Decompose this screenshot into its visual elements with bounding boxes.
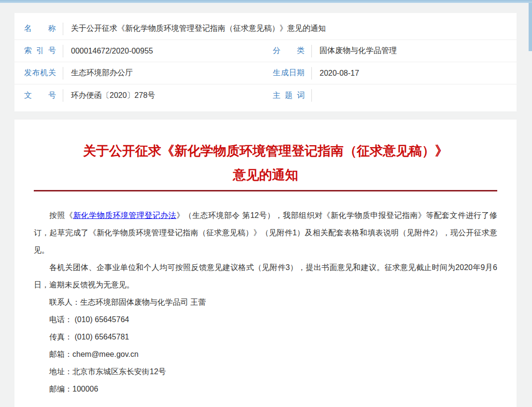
regulation-link[interactable]: 新化学物质环境管理登记办法 xyxy=(73,211,176,219)
info-row-name: 名称 关于公开征求《新化学物质环境管理登记指南（征求意见稿）》意见的通知 xyxy=(14,18,517,40)
contact-fax-line: 传真： (010) 65645781 xyxy=(34,328,497,346)
info-cell: 文号 环办便函〔2020〕278号 xyxy=(14,84,263,107)
cell-divider xyxy=(311,89,312,102)
title-divider xyxy=(34,190,497,191)
cell-divider xyxy=(311,45,312,57)
info-cell: 索引号 000014672/2020-00955 xyxy=(14,40,263,62)
document-title-line1: 关于公开征求《新化学物质环境管理登记指南（征求意见稿）》 xyxy=(83,144,448,158)
document-info-table: 名称 关于公开征求《新化学物质环境管理登记指南（征求意见稿）》意见的通知 索引号… xyxy=(14,13,517,111)
info-label-issuing-agency: 发布机关 xyxy=(24,68,56,78)
info-label-doc-number: 文号 xyxy=(24,91,56,101)
contact-phone-line: 电话： (010) 65645764 xyxy=(34,311,497,328)
info-row-doc-number: 文号 环办便函〔2020〕278号 主题词 xyxy=(14,84,517,107)
info-label-subject-words: 主题词 xyxy=(273,91,305,101)
document-body: 关于公开征求《新化学物质环境管理登记指南（征求意见稿）》 意见的通知 按照《新化… xyxy=(14,120,517,407)
info-label-name: 名称 xyxy=(24,24,56,34)
cell-divider xyxy=(311,67,312,80)
info-label-index-number: 索引号 xyxy=(24,46,56,56)
top-accent-bar xyxy=(0,0,532,3)
cell-divider xyxy=(63,89,63,102)
scrollbar-thumb[interactable] xyxy=(529,3,532,51)
document-title-line2: 意见的通知 xyxy=(233,168,298,182)
contact-address-line: 地址：北京市东城区东长安街12号 xyxy=(34,363,497,380)
info-label-category: 分类 xyxy=(273,46,305,56)
paragraph-2: 各机关团体、企事业单位和个人均可按照反馈意见建议格式（见附件3），提出书面意见和… xyxy=(34,259,497,294)
info-cell: 名称 关于公开征求《新化学物质环境管理登记指南（征求意见稿）》意见的通知 xyxy=(14,18,517,40)
info-label-date: 生成日期 xyxy=(273,68,305,78)
cell-divider xyxy=(63,45,63,57)
cell-divider xyxy=(63,67,63,80)
info-row-issuer: 发布机关 生态环境部办公厅 生成日期 2020-08-17 xyxy=(14,62,517,84)
info-cell: 分类 固体废物与化学品管理 xyxy=(263,40,517,62)
paragraph-1-text: 按照《 xyxy=(49,211,73,219)
info-value-index-number: 000014672/2020-00955 xyxy=(71,47,153,55)
contact-zip-line: 邮编：100006 xyxy=(34,380,497,398)
info-value-category: 固体废物与化学品管理 xyxy=(320,46,397,56)
info-row-index: 索引号 000014672/2020-00955 分类 固体废物与化学品管理 xyxy=(14,40,517,62)
cell-divider xyxy=(63,23,63,35)
paragraph-1: 按照《新化学物质环境管理登记办法》（生态环境部令 第12号），我部组织对《新化学… xyxy=(34,207,497,259)
info-value-doc-number: 环办便函〔2020〕278号 xyxy=(71,91,155,101)
contact-email-line: 邮箱：chem@mee.gov.cn xyxy=(34,346,497,363)
info-value-issuing-agency: 生态环境部办公厅 xyxy=(71,68,133,78)
contact-person-line: 联系人：生态环境部固体废物与化学品司 王蕾 xyxy=(34,294,497,311)
info-cell: 生成日期 2020-08-17 xyxy=(263,62,517,84)
info-value-date: 2020-08-17 xyxy=(320,69,359,78)
info-value-name: 关于公开征求《新化学物质环境管理登记指南（征求意见稿）》意见的通知 xyxy=(71,24,326,34)
document-title: 关于公开征求《新化学物质环境管理登记指南（征求意见稿）》 意见的通知 xyxy=(34,139,497,187)
info-cell: 发布机关 生态环境部办公厅 xyxy=(14,62,263,84)
info-cell: 主题词 xyxy=(263,84,517,107)
document-content: 按照《新化学物质环境管理登记办法》（生态环境部令 第12号），我部组织对《新化学… xyxy=(34,207,497,398)
